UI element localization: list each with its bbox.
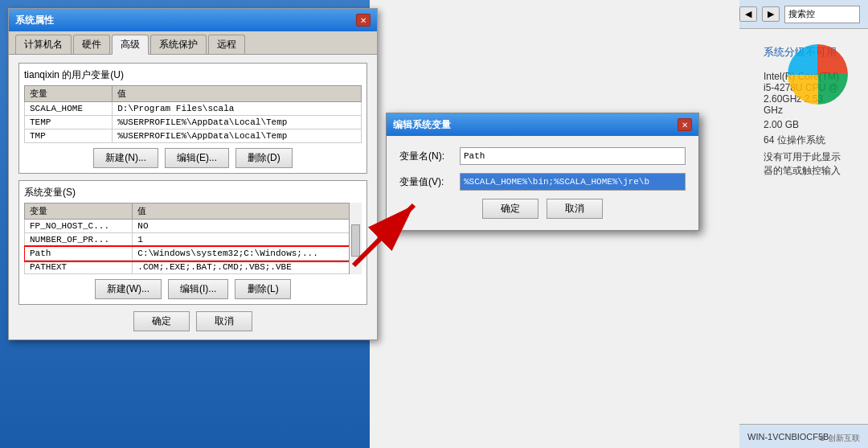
user-vars-col-var: 变量 [25, 86, 113, 102]
edit-dialog-close-btn[interactable]: ✕ [678, 118, 692, 131]
cancel-btn[interactable]: 取消 [196, 311, 252, 331]
tab-hardware[interactable]: 硬件 [73, 35, 110, 54]
path-table-row[interactable]: Path C:\Windows\system32;C:\Windows;... [25, 247, 362, 261]
edit-cancel-btn[interactable]: 取消 [547, 199, 603, 219]
user-vars-col-val: 值 [113, 86, 362, 102]
scrollbar[interactable] [349, 203, 362, 274]
sys-var-name-1: NUMBER_OF_PR... [25, 233, 133, 247]
sys-var-val-1: 1 [133, 233, 362, 247]
table-row[interactable]: SCALA_HOME D:\Program Files\scala [25, 102, 362, 116]
sys-edit-btn[interactable]: 编辑(I)... [168, 279, 228, 299]
sys-delete-btn[interactable]: 删除(L) [235, 279, 291, 299]
edit-dialog-content: 变量名(N): 变量值(V): 确定 取消 [387, 136, 698, 230]
search-text: 搜索控 [788, 8, 815, 20]
user-var-val-1: %USERPROFILE%\AppData\Local\Temp [113, 116, 362, 129]
sys-vars-table-wrapper: 变量 值 FP_NO_HOST_C... NO NUMBER_OF_PR... … [24, 203, 362, 274]
sys-var-name-0: FP_NO_HOST_C... [25, 220, 133, 233]
sys-vars-table: 变量 值 FP_NO_HOST_C... NO NUMBER_OF_PR... … [24, 203, 362, 274]
sys-vars-col-val: 值 [133, 203, 362, 220]
back-button[interactable]: ◀ [739, 6, 757, 22]
sys-vars-btn-row: 新建(W)... 编辑(I)... 删除(L) [24, 279, 362, 299]
edit-dialog-titlebar: 编辑系统变量 ✕ [387, 113, 698, 136]
sys-props-title: 系统属性 [15, 14, 54, 27]
forward-button[interactable]: ▶ [762, 6, 780, 22]
sys-info-line-3: 没有可用于此显示器的笔或触控输入 [764, 150, 844, 178]
dialog-tabs: 计算机名 硬件 高级 系统保护 远程 [9, 31, 377, 55]
sys-info-line-2: 64 位操作系统 [764, 134, 844, 147]
table-row[interactable]: TEMP %USERPROFILE%\AppData\Local\Temp [25, 116, 362, 129]
sys-var-name-3: PATHEXT [25, 261, 133, 274]
scroll-thumb[interactable] [351, 224, 360, 257]
bottom-os-text: WIN-1VCNBIOCF5B [747, 432, 829, 442]
windows-logo [788, 44, 848, 105]
user-delete-btn[interactable]: 删除(D) [235, 148, 293, 168]
sys-var-val-0: NO [133, 220, 362, 233]
tab-remote[interactable]: 远程 [208, 35, 245, 54]
user-edit-btn[interactable]: 编辑(E)... [165, 148, 229, 168]
tab-system-protection[interactable]: 系统保护 [150, 35, 207, 54]
var-value-input[interactable] [460, 173, 686, 191]
user-var-name-1: TEMP [25, 116, 113, 129]
user-new-btn[interactable]: 新建(N)... [93, 148, 158, 168]
var-name-row: 变量名(N): [399, 147, 686, 165]
table-row[interactable]: TMP %USERPROFILE%\AppData\Local\Temp [25, 129, 362, 143]
user-vars-table: 变量 值 SCALA_HOME D:\Program Files\scala T… [24, 85, 362, 143]
sys-vars-title: 系统变量(S) [24, 186, 362, 199]
user-vars-btn-row: 新建(N)... 编辑(E)... 删除(D) [24, 148, 362, 168]
tab-computer-name[interactable]: 计算机名 [15, 35, 72, 54]
edit-ok-btn[interactable]: 确定 [482, 199, 538, 219]
sys-props-dialog: 系统属性 ✕ 计算机名 硬件 高级 系统保护 远程 tianqixin 的用户变… [8, 8, 378, 340]
table-row[interactable]: PATHEXT .COM;.EXE;.BAT;.CMD;.VBS;.VBE [25, 261, 362, 274]
user-vars-section: tianqixin 的用户变量(U) 变量 值 SCALA_HOME D:\Pr… [18, 63, 367, 174]
user-var-val-0: D:\Program Files\scala [113, 102, 362, 116]
table-row[interactable]: FP_NO_HOST_C... NO [25, 220, 362, 233]
var-value-label: 变量值(V): [399, 175, 460, 189]
user-var-name-0: SCALA_HOME [25, 102, 113, 116]
edit-dialog-title: 编辑系统变量 [393, 118, 451, 132]
sys-props-close-btn[interactable]: ✕ [356, 14, 371, 27]
sys-new-btn[interactable]: 新建(W)... [95, 279, 162, 299]
sys-var-val-2: C:\Windows\system32;C:\Windows;... [133, 247, 362, 261]
var-name-input[interactable] [460, 147, 686, 165]
ok-btn[interactable]: 确定 [133, 311, 190, 331]
main-btn-row: 确定 取消 [18, 311, 367, 331]
dialog-content: tianqixin 的用户变量(U) 变量 值 SCALA_HOME D:\Pr… [9, 55, 377, 339]
edit-sys-var-dialog: 编辑系统变量 ✕ 变量名(N): 变量值(V): 确定 取消 [386, 113, 699, 231]
sys-vars-col-var: 变量 [25, 203, 133, 220]
sys-var-val-3: .COM;.EXE;.BAT;.CMD;.VBS;.VBE [133, 261, 362, 274]
top-bar: ◀ ▶ 搜索控 [739, 0, 868, 29]
var-value-row: 变量值(V): [399, 173, 686, 191]
user-var-name-2: TMP [25, 129, 113, 143]
sys-vars-section: 系统变量(S) 变量 值 FP_NO_HOST_C... NO [18, 180, 367, 305]
user-vars-title: tianqixin 的用户变量(U) [24, 68, 362, 82]
search-bar[interactable]: 搜索控 [784, 6, 860, 23]
user-vars-table-wrapper: 变量 值 SCALA_HOME D:\Program Files\scala T… [24, 85, 362, 143]
sys-var-name-2: Path [25, 247, 133, 261]
watermark: ⊛ 创新互联 [819, 433, 860, 444]
tab-advanced[interactable]: 高级 [112, 35, 149, 55]
user-var-val-2: %USERPROFILE%\AppData\Local\Temp [113, 129, 362, 143]
sys-info-line-1: 2.00 GB [764, 119, 844, 130]
edit-btn-row: 确定 取消 [399, 199, 686, 219]
sys-props-titlebar: 系统属性 ✕ [9, 9, 377, 31]
var-name-label: 变量名(N): [399, 150, 460, 163]
table-row[interactable]: NUMBER_OF_PR... 1 [25, 233, 362, 247]
